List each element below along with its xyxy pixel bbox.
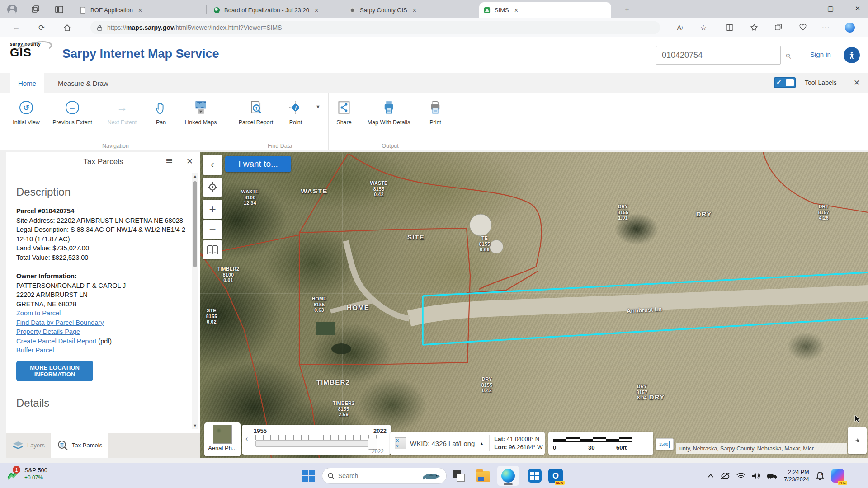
map-canvas[interactable]: WASTE 8100 12.34 WASTE WASTE 8155 0.42 S… [200,152,868,458]
close-tab-icon[interactable]: × [315,7,318,14]
tab-layers[interactable]: Layers [6,433,51,458]
sign-in-link[interactable]: Sign in [810,51,831,58]
wkid-caret-icon[interactable]: ▲ [479,441,484,446]
scale-value: 1500 [659,442,668,446]
favorite-star-icon[interactable]: ☆ [697,22,710,33]
task-view-button[interactable] [451,468,467,483]
buffer-parcel-link[interactable]: Buffer Parcel [16,346,190,355]
parcel-label: SITE [407,233,425,241]
accessibility-icon[interactable] [844,47,860,63]
print-button[interactable]: Print [414,99,457,126]
scroll-up-icon[interactable]: ▲ [193,174,198,178]
zoom-in-button[interactable]: + [203,200,222,219]
point-dropdown-caret[interactable]: ▼ [316,104,321,109]
sync-vehicle-icon[interactable] [767,472,778,479]
taskbar-search[interactable] [322,468,447,484]
close-tab-icon[interactable]: × [514,7,518,14]
tab-sims-active[interactable]: SIMS × [479,2,611,18]
basemap-switcher[interactable]: Aerial Ph... [204,422,241,456]
panel-scrollbar[interactable]: ▲ ▼ [192,173,198,429]
property-details-link[interactable]: Property Details Page [16,327,190,337]
parcel-label: WASTE 8100 12.34 [241,189,259,206]
home-icon[interactable] [61,22,73,33]
tab-home[interactable]: Home [10,73,44,93]
url-field[interactable]: https://maps.sarpy.gov/html5viewer/index… [90,21,660,34]
overview-map-button[interactable] [848,427,867,454]
scroll-down-icon[interactable]: ▼ [193,423,198,428]
wifi-icon[interactable] [736,473,745,479]
previous-extent-button[interactable]: ← Previous Extent [51,99,94,126]
tab-sarpy-county-gis[interactable]: Sarpy County GIS × [344,2,472,18]
minimize-window-icon[interactable]: ─ [792,0,813,17]
locate-button[interactable] [203,178,222,197]
next-extent-button: → Next Extent [100,99,144,126]
microsoft-store-button[interactable] [527,468,542,483]
tab-boe-application[interactable]: BOE Application × [75,2,205,18]
workspaces-icon[interactable] [30,4,42,15]
copilot-pre-badge: PRE [838,481,847,485]
find-data-by-boundary-link[interactable]: Find Data by Parcel Boundary [16,318,190,328]
onedrive-icon[interactable] [720,473,730,479]
start-button[interactable] [301,469,316,483]
notification-bell-icon[interactable]: z [816,471,825,480]
edge-browser-button-active[interactable] [497,466,519,486]
close-tab-icon[interactable]: × [138,7,142,14]
read-aloud-icon[interactable]: A) [674,22,686,33]
scrollbar-thumb[interactable] [193,181,197,267]
new-tab-icon[interactable]: + [621,4,633,15]
scale-tick: 30 [588,444,594,451]
collections-icon[interactable] [772,22,785,33]
parcel-report-button[interactable]: ? Parcel Report [234,99,278,126]
favorites-bar-icon[interactable] [748,22,760,33]
maximize-window-icon[interactable]: ▢ [820,0,841,17]
tool-label: Print [414,119,457,126]
close-window-icon[interactable]: ✕ [847,0,868,17]
parcel-label: HOME [347,304,369,312]
timeline-track[interactable] [255,440,377,447]
back-icon[interactable]: ← [10,22,23,33]
refresh-icon[interactable]: ⟳ [35,22,48,33]
parcel-search-input[interactable] [656,46,781,65]
copilot-icon[interactable] [844,22,856,33]
coordinate-readout[interactable]: WKID: 4326 Lat/Long ▲ Lat: 41.04008° N L… [390,432,545,455]
copilot-preview-button[interactable]: PRE [831,469,844,483]
timeline-collapse-icon[interactable]: ‹ [245,435,248,443]
more-location-info-button[interactable]: MORE LOCATION INFORMATION [16,361,93,381]
panel-close-icon[interactable]: ✕ [186,156,193,166]
tab-measure-draw[interactable]: Measure & Draw [50,73,117,93]
point-button[interactable]: i Point [278,99,314,126]
volume-icon[interactable] [752,472,760,479]
search-icon[interactable]: ⌕ [785,49,791,61]
more-options-icon[interactable]: ⋯ [819,22,832,33]
i-want-to-button[interactable]: I want to... [225,156,291,172]
linked-maps-button[interactable]: Linked Maps [179,99,222,126]
close-tab-icon[interactable]: × [413,7,416,14]
pan-button[interactable]: Pan [139,99,183,126]
outlook-button[interactable]: ONEW [548,468,563,483]
tool-labels-toggle[interactable]: ✓ [774,77,796,88]
zoom-to-parcel-link[interactable]: Zoom to Parcel [16,309,190,318]
taskbar-search-input[interactable] [338,472,406,479]
map-with-details-button[interactable]: Map With Details [367,99,410,126]
browser-essentials-icon[interactable] [797,22,809,33]
zoom-out-button[interactable]: − [203,220,222,239]
widgets-button[interactable]: 1 S&P 500 +0.07% [7,467,47,482]
ribbon-close-icon[interactable]: ✕ [854,78,860,88]
initial-view-button[interactable]: ↺ Initial View [5,99,48,126]
lat-value: 41.04008° N [507,436,539,442]
create-parcel-report-link[interactable]: Create Parcel Detail Report [16,337,96,346]
tab-tax-parcels[interactable]: Tax Parcels [51,433,108,458]
vertical-tabs-icon[interactable] [53,4,65,15]
tab-title: Sarpy County GIS [360,7,407,14]
collapse-panel-chevron[interactable]: ‹ [203,155,222,175]
taskbar-clock[interactable]: 2:24 PM 7/23/2024 [784,469,809,483]
panel-menu-icon[interactable]: ≣ [165,156,173,167]
share-button[interactable]: Share [322,99,366,126]
scale-input[interactable]: 1500 [656,438,674,450]
bookmarks-button[interactable] [203,240,222,259]
profile-avatar-icon[interactable] [6,4,18,15]
file-explorer-button[interactable] [476,468,491,483]
split-screen-icon[interactable] [723,22,736,33]
tab-board-of-equalization[interactable]: Board of Equalization - Jul 23 20 × [209,2,340,18]
hidden-icons-chevron[interactable] [708,474,714,478]
